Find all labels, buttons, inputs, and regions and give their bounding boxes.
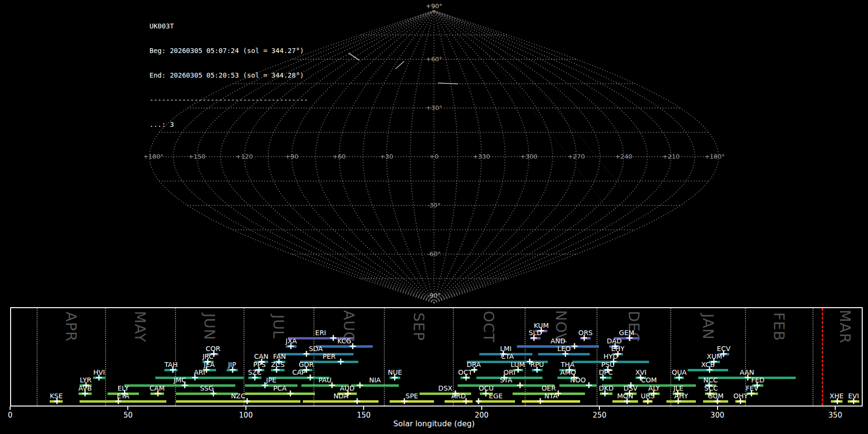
month-label: JUN (201, 305, 218, 349)
shower-peak-marker: + (462, 396, 470, 406)
shower-peak-marker: + (391, 373, 398, 382)
shower-peak-marker: + (81, 389, 89, 398)
shower-peak-marker: + (561, 349, 569, 359)
shower-peak-marker: + (169, 365, 176, 375)
shower-code-label: AND (542, 337, 573, 345)
timeline-panel-left-border (10, 307, 11, 406)
shower-code-label: JMC (164, 376, 195, 384)
axis-tick (599, 407, 600, 410)
shower-peak-marker: + (536, 396, 544, 406)
x-axis-title: Solar longitude (deg) (381, 419, 487, 428)
shower-code-label: COM (634, 376, 665, 384)
month-label: MAR (836, 305, 853, 349)
shower-code-label: ETA (108, 392, 138, 400)
month-label: OCT (480, 305, 497, 349)
shower-peak-marker: + (623, 396, 631, 406)
shower-bar (303, 400, 379, 403)
shower-code-label: AMO (553, 368, 583, 376)
month-gridline (813, 308, 814, 406)
shower-peak-marker: + (181, 380, 189, 390)
axis-tick (363, 407, 364, 410)
shower-peak-marker: + (580, 333, 588, 343)
shower-peak-marker: + (850, 396, 857, 406)
current-sol-line (822, 308, 823, 406)
month-gridline (105, 308, 106, 406)
shower-code-label: ORI (494, 368, 525, 376)
month-label: APR (62, 305, 79, 349)
shower-peak-marker: + (674, 396, 682, 406)
shower-peak-marker: + (462, 373, 470, 382)
axis-tick-label: 100 (231, 411, 260, 420)
shower-peak-marker: + (209, 389, 217, 398)
shower-peak-marker: + (516, 380, 524, 390)
shower-bar (176, 400, 300, 403)
axis-tick (127, 407, 128, 410)
shower-peak-marker: + (736, 396, 744, 406)
shower-peak-marker: + (349, 341, 356, 351)
shower-peak-marker: + (287, 341, 295, 351)
axis-tick (717, 407, 718, 410)
axis-tick (481, 407, 482, 410)
month-label: FEB (770, 305, 787, 349)
axis-tick-label: 200 (467, 411, 496, 420)
shower-peak-marker: + (302, 349, 310, 359)
axis-tick (245, 407, 246, 410)
axis-tick-label: 0 (0, 411, 25, 420)
axis-tick (10, 407, 11, 410)
shower-peak-marker: + (530, 333, 538, 343)
shower-bar (245, 393, 315, 395)
shower-peak-marker: + (533, 365, 541, 375)
month-label: SEP (410, 305, 427, 349)
month-gridline (175, 308, 176, 406)
shower-peak-marker: + (675, 373, 683, 382)
month-label: JAN (699, 305, 716, 349)
axis-tick-label: 250 (585, 411, 614, 420)
shower-peak-marker: + (601, 389, 609, 398)
shower-code-label: CTA (492, 353, 523, 360)
shower-bar (522, 400, 580, 403)
axis-tick (835, 407, 836, 410)
shower-peak-marker: + (272, 365, 280, 375)
axis-tick-label: 50 (113, 411, 142, 420)
shower-peak-marker: + (337, 357, 344, 366)
shower-code-label: SSG (191, 384, 222, 392)
shower-peak-marker: + (53, 396, 61, 406)
shower-peak-marker: + (114, 396, 122, 406)
month-gridline (37, 308, 38, 406)
month-gridline (244, 308, 244, 406)
shower-peak-marker: + (400, 396, 408, 406)
shower-peak-marker: + (475, 396, 482, 406)
shower-bar (80, 400, 166, 403)
shower-peak-marker: + (599, 373, 607, 382)
shower-peak-marker: + (353, 396, 361, 406)
shower-peak-marker: + (713, 396, 721, 406)
shower-peak-marker: + (644, 396, 651, 406)
shower-peak-marker: + (243, 396, 251, 406)
axis-tick-label: 150 (349, 411, 378, 420)
timeline-panel-bottom-axis (10, 406, 863, 407)
month-gridline (384, 308, 385, 406)
shower-code-label: ARI (184, 368, 215, 376)
shower-peak-marker: + (705, 365, 713, 375)
meteor-observation-screen: UK003T Beg: 20260305 05:07:24 (sol = 344… (0, 0, 868, 434)
month-label: MAY (132, 305, 149, 349)
shower-code-label: NDA (326, 392, 356, 400)
shower-code-label: NIA (360, 376, 391, 384)
activity-timeline: Solar longitude (deg) APRMAYJUNJULAUGSEP… (0, 0, 868, 434)
axis-tick-label: 350 (821, 411, 850, 420)
axis-tick-label: 300 (703, 411, 732, 420)
shower-peak-marker: + (229, 365, 236, 375)
shower-peak-marker: + (154, 389, 162, 398)
shower-peak-marker: + (286, 389, 294, 398)
shower-bar (390, 400, 434, 403)
shower-code-label: EGE (480, 392, 511, 400)
